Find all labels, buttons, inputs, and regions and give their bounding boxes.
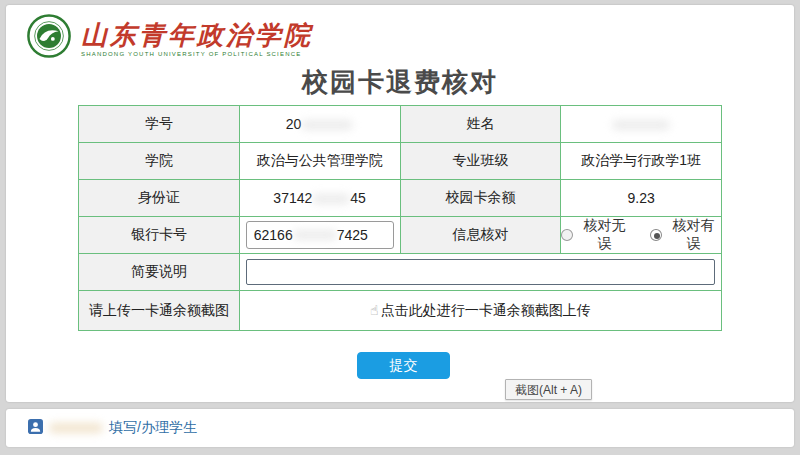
footer-student-link[interactable]: 填写/办理学生 — [109, 419, 197, 437]
table-row: 学号 20 姓名 — [79, 106, 722, 143]
radio-unchecked-icon[interactable] — [561, 229, 573, 241]
upload-action-text: 点击此处进行一卡通余额截图上传 — [381, 302, 591, 318]
id-card-label: 身份证 — [79, 180, 240, 217]
radio-checked-icon[interactable] — [650, 229, 662, 241]
redacted-area — [301, 120, 353, 130]
footer-bar: 填写/办理学生 — [6, 409, 794, 447]
id-card-value: 3714245 — [239, 180, 400, 217]
radio-option-has-error[interactable]: 核对有误 — [650, 217, 721, 253]
college-label: 学院 — [79, 143, 240, 180]
table-row: 简要说明 — [79, 254, 722, 291]
redacted-area — [612, 120, 670, 130]
refund-form-table: 学号 20 姓名 学院 政治与公共管理学院 专业班级 政治学与行政学1班 身份证… — [78, 105, 722, 331]
note-label: 简要说明 — [79, 254, 240, 291]
bank-card-input[interactable]: 621667425 — [246, 221, 394, 249]
bank-card-label: 银行卡号 — [79, 217, 240, 254]
university-name-cn: 山东青年政治学院 — [81, 20, 313, 50]
submit-button[interactable]: 提交 — [357, 352, 450, 379]
major-class-label: 专业班级 — [400, 143, 561, 180]
table-row: 银行卡号 621667425 信息核对 核对无误 核对有误 — [79, 217, 722, 254]
name-label: 姓名 — [400, 106, 561, 143]
bank-card-cell: 621667425 — [239, 217, 400, 254]
upload-label: 请上传一卡通余额截图 — [79, 291, 240, 331]
card-balance-label: 校园卡余额 — [400, 180, 561, 217]
radio-option-no-error[interactable]: 核对无误 — [561, 217, 632, 253]
university-emblem-icon — [26, 13, 72, 63]
note-cell — [239, 254, 721, 291]
table-row: 学院 政治与公共管理学院 专业班级 政治学与行政学1班 — [79, 143, 722, 180]
pointer-hand-icon: ☝ — [370, 302, 379, 318]
redacted-area — [293, 230, 337, 240]
table-row: 请上传一卡通余额截图 ☝点击此处进行一卡通余额截图上传 — [79, 291, 722, 331]
redacted-area — [49, 423, 103, 433]
table-row: 身份证 3714245 校园卡余额 9.23 — [79, 180, 722, 217]
redacted-area — [312, 194, 350, 204]
college-value: 政治与公共管理学院 — [239, 143, 400, 180]
info-verify-cell: 核对无误 核对有误 — [561, 217, 722, 254]
upload-action-area[interactable]: ☝点击此处进行一卡通余额截图上传 — [239, 291, 721, 331]
major-class-value: 政治学与行政学1班 — [561, 143, 722, 180]
main-panel: 山东青年政治学院 SHANDONG YOUTH UNIVERSITY OF PO… — [6, 5, 794, 402]
card-balance-value: 9.23 — [561, 180, 722, 217]
university-name-en: SHANDONG YOUTH UNIVERSITY OF POLITICAL S… — [81, 51, 313, 57]
student-id-label: 学号 — [79, 106, 240, 143]
info-verify-label: 信息核对 — [400, 217, 561, 254]
note-input[interactable] — [246, 259, 715, 285]
student-id-value: 20 — [239, 106, 400, 143]
screenshot-shortcut-tooltip: 截图(Alt + A) — [505, 379, 592, 400]
name-value — [561, 106, 722, 143]
user-icon — [28, 419, 43, 438]
page-title: 校园卡退费核对 — [6, 65, 794, 100]
university-logo: 山东青年政治学院 SHANDONG YOUTH UNIVERSITY OF PO… — [26, 13, 313, 63]
